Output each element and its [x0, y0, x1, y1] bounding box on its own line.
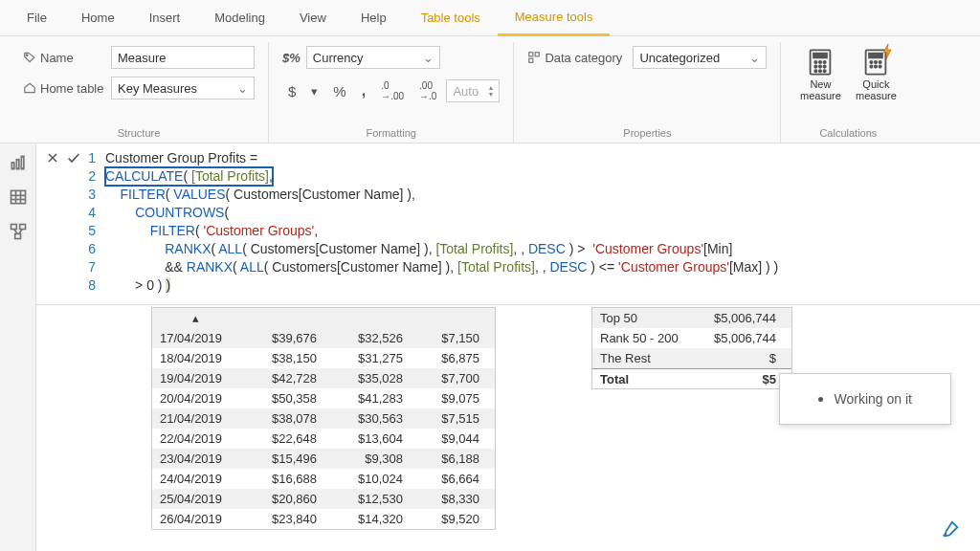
- increase-decimals-button[interactable]: .0→.00: [375, 78, 410, 103]
- table-cell: 21/04/2019: [152, 411, 238, 426]
- table-cell: $13,604: [324, 431, 411, 446]
- svg-rect-26: [11, 190, 25, 203]
- dax-line[interactable]: Customer Group Profits =: [105, 149, 257, 167]
- category-icon: [527, 51, 541, 64]
- svg-point-17: [871, 61, 873, 63]
- table-cell: $41,283: [324, 391, 411, 406]
- tab-modeling[interactable]: Modeling: [197, 0, 282, 36]
- data-view-icon[interactable]: [9, 187, 28, 207]
- tab-view[interactable]: View: [282, 0, 344, 36]
- tab-home[interactable]: Home: [64, 0, 132, 36]
- ribbon-group-formatting: $% Currency ⌄ $ ▾ % , .0→.00 .00→.0 Auto…: [269, 42, 514, 143]
- svg-point-13: [819, 70, 821, 72]
- group-label-properties: Properties: [527, 125, 767, 143]
- svg-point-7: [819, 61, 821, 63]
- name-label: Name: [23, 51, 105, 65]
- chevron-down-icon[interactable]: ▾: [305, 82, 323, 100]
- table-cell: Top 50: [592, 311, 698, 325]
- menu-bar: File Home Insert Modeling View Help Tabl…: [0, 0, 980, 36]
- dax-line[interactable]: FILTER( VALUES( Customers[Customer Name]…: [105, 186, 415, 204]
- table-cell: 18/04/2019: [152, 351, 238, 365]
- name-input[interactable]: Measure: [111, 46, 255, 69]
- table-cell: $7,700: [411, 371, 487, 386]
- dax-line[interactable]: > 0 ) ): [105, 276, 170, 295]
- svg-point-22: [880, 65, 881, 67]
- line-number: 5: [84, 222, 105, 240]
- tab-table-tools[interactable]: Table tools: [404, 0, 498, 36]
- quick-measure-button[interactable]: Quick measure: [850, 46, 902, 101]
- table-row[interactable]: 24/04/2019$16,688$10,024$6,664: [152, 469, 495, 489]
- table-cell: $50,358: [238, 391, 324, 406]
- table-row[interactable]: 22/04/2019$22,648$13,604$9,044: [152, 429, 495, 449]
- table-cell: 26/04/2019: [152, 512, 238, 526]
- table-visual-left[interactable]: ▴17/04/2019$39,676$32,526$7,15018/04/201…: [151, 307, 496, 530]
- new-measure-button[interactable]: New measure: [794, 46, 846, 101]
- tab-insert[interactable]: Insert: [132, 0, 198, 36]
- svg-rect-32: [19, 225, 25, 230]
- table-cell: The Rest: [592, 351, 698, 365]
- table-cell: $31,275: [324, 351, 411, 365]
- table-cell: $12,530: [324, 492, 411, 506]
- format-select[interactable]: Currency ⌄: [306, 46, 440, 69]
- svg-rect-25: [21, 156, 24, 168]
- line-number: 3: [84, 186, 105, 204]
- line-number: 8: [84, 276, 105, 295]
- thousands-button[interactable]: ,: [356, 80, 371, 101]
- table-row[interactable]: Rank 50 - 200$5,006,744: [592, 328, 791, 348]
- table-cell: $5,006,744: [698, 311, 784, 325]
- tab-help[interactable]: Help: [344, 0, 404, 36]
- dax-line[interactable]: && RANKX( ALL( Customers[Customer Name] …: [105, 258, 778, 276]
- loading-dot-icon: [818, 397, 823, 402]
- decimal-places-input[interactable]: Auto ▴▾: [446, 79, 500, 102]
- data-category-select[interactable]: Uncategorized ⌄: [633, 46, 767, 69]
- report-view-icon[interactable]: [9, 153, 28, 172]
- home-table-select[interactable]: Key Measures ⌄: [111, 77, 255, 99]
- line-number: 6: [84, 240, 105, 258]
- group-label-calculations: Calculations: [794, 125, 902, 143]
- report-canvas[interactable]: ▴17/04/2019$39,676$32,526$7,15018/04/201…: [36, 304, 980, 551]
- table-row[interactable]: 18/04/2019$38,150$31,275$6,875: [152, 348, 495, 368]
- svg-point-21: [875, 65, 877, 67]
- dax-line[interactable]: RANKX( ALL( Customers[Customer Name] ), …: [105, 240, 732, 258]
- percent-button[interactable]: %: [327, 81, 351, 101]
- table-cell: $22,648: [238, 431, 324, 446]
- commit-formula-button[interactable]: [63, 147, 84, 168]
- table-row[interactable]: 26/04/2019$23,840$14,320$9,520: [152, 509, 495, 529]
- table-row[interactable]: 19/04/2019$42,728$35,028$7,700: [152, 368, 495, 388]
- model-view-icon[interactable]: [9, 222, 28, 241]
- dax-line[interactable]: COUNTROWS(: [105, 204, 229, 222]
- table-cell: $6,875: [411, 351, 487, 365]
- table-row[interactable]: The Rest$: [592, 348, 791, 368]
- table-row[interactable]: 21/04/2019$38,078$30,563$7,515: [152, 408, 495, 429]
- table-cell: $9,075: [411, 391, 487, 406]
- dax-line[interactable]: CALCULATE( [Total Profits],: [105, 167, 273, 186]
- ribbon-group-properties: Data category Uncategorized ⌄ Properties: [514, 42, 781, 143]
- cancel-formula-button[interactable]: [42, 147, 63, 168]
- table-row[interactable]: 20/04/2019$50,358$41,283$9,075: [152, 388, 495, 408]
- table-row[interactable]: Top 50$5,006,744: [592, 308, 791, 328]
- dax-line[interactable]: FILTER( 'Customer Groups',: [105, 222, 318, 240]
- table-cell: $: [698, 351, 784, 365]
- svg-point-19: [880, 61, 881, 63]
- table-row[interactable]: 23/04/2019$15,496$9,308$6,188: [152, 449, 495, 469]
- decrease-decimals-button[interactable]: .00→.0: [413, 78, 442, 103]
- working-popup: Working on it: [779, 373, 951, 425]
- table-cell: 24/04/2019: [152, 472, 238, 486]
- table-visual-right[interactable]: Top 50$5,006,744Rank 50 - 200$5,006,744T…: [591, 307, 792, 389]
- dax-editor[interactable]: 1Customer Group Profits =2CALCULATE( [To…: [84, 147, 974, 300]
- table-cell: $35,028: [324, 371, 411, 386]
- tab-file[interactable]: File: [10, 0, 64, 36]
- table-row[interactable]: 17/04/2019$39,676$32,526$7,150: [152, 328, 495, 348]
- table-cell: $23,840: [238, 512, 324, 526]
- table-cell: $10,024: [324, 472, 411, 486]
- svg-point-9: [815, 65, 817, 67]
- ribbon-group-structure: Name Measure Home table Key Measures ⌄ S…: [10, 42, 269, 143]
- format-icon: $%: [282, 51, 301, 65]
- currency-button[interactable]: $: [282, 81, 301, 101]
- home-icon: [23, 81, 36, 95]
- tab-measure-tools[interactable]: Measure tools: [498, 0, 611, 36]
- group-label-structure: Structure: [23, 125, 255, 143]
- table-row[interactable]: 25/04/2019$20,860$12,530$8,330: [152, 489, 495, 509]
- table-cell: $32,526: [324, 331, 411, 345]
- table-cell: $38,150: [238, 351, 324, 365]
